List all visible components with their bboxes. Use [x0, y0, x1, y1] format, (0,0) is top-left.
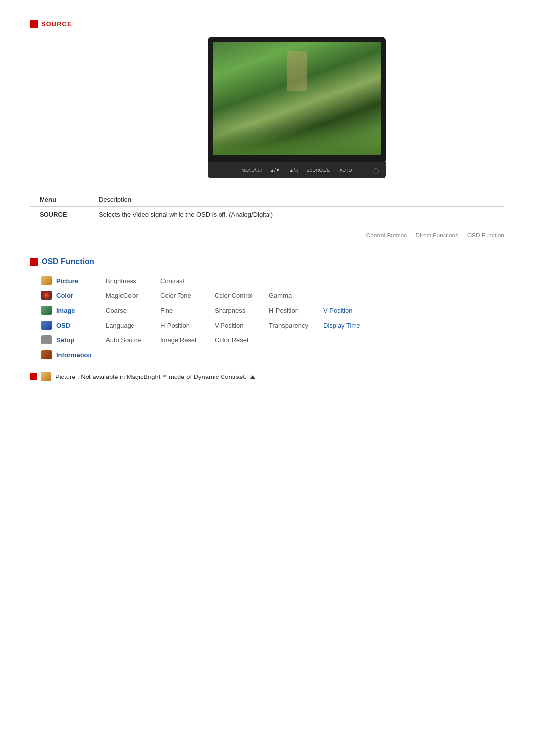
col-header-menu: Menu	[30, 193, 89, 207]
monitor-stand-top	[208, 155, 386, 162]
menu-source-label: SOURCE	[30, 207, 89, 223]
osd-item-transparency[interactable]: Transparency	[269, 322, 323, 329]
osd-picture-items: Brightness Contrast	[106, 277, 215, 284]
monitor-base: MENU/□□ ▲/▼ ▲/□ SOURCE/⊡ AUTO	[208, 155, 386, 178]
osd-icon	[41, 321, 52, 330]
ctrl-brightness: ▲/▼	[270, 168, 280, 173]
osd-item-gamma[interactable]: Gamma	[269, 292, 323, 299]
osd-function-header: OSD Function	[30, 257, 504, 266]
osd-item-coarse[interactable]: Coarse	[106, 307, 160, 314]
monitor-bezel	[208, 37, 386, 155]
table-row: SOURCE Selects the Video signal while th…	[30, 207, 504, 223]
note-picture-icon	[41, 372, 51, 381]
triangle-icon	[250, 375, 255, 379]
setup-icon	[41, 335, 52, 344]
info-icon	[41, 350, 52, 359]
menu-source-description: Selects the Video signal while the OSD i…	[89, 207, 504, 223]
ctrl-adjust: ▲/□	[289, 168, 298, 173]
monitor-controls-bar: MENU/□□ ▲/▼ ▲/□ SOURCE/⊡ AUTO	[208, 162, 386, 178]
osd-row-picture: Picture Brightness Contrast	[40, 275, 504, 286]
osd-setup-icon-cell	[40, 334, 53, 345]
osd-osd-items: Language H-Position V-Position Transpare…	[106, 322, 378, 329]
source-icon	[30, 20, 38, 28]
osd-picture-icon-cell	[40, 275, 53, 286]
osd-item-language[interactable]: Language	[106, 322, 160, 329]
osd-row-information: Information	[40, 349, 504, 360]
nav-direct-functions[interactable]: Direct Functions	[416, 232, 459, 239]
osd-function-grid: Picture Brightness Contrast Color MagicC…	[40, 275, 504, 360]
osd-category-picture[interactable]: Picture	[56, 277, 106, 284]
picture-icon	[41, 276, 52, 285]
osd-osd-icon-cell	[40, 320, 53, 331]
osd-item-osd-vposition[interactable]: V-Position	[215, 322, 269, 329]
osd-item-magiccolor[interactable]: MagicColor	[106, 292, 160, 299]
col-header-description: Description	[89, 193, 504, 207]
note-red-icon	[30, 373, 37, 380]
osd-category-information[interactable]: Information	[56, 351, 106, 359]
osd-row-image: Image Coarse Fine Sharpness H-Position V…	[40, 305, 504, 316]
image-icon	[41, 306, 52, 315]
osd-item-osd-hposition[interactable]: H-Position	[160, 322, 215, 329]
osd-row-color: Color MagicColor Color Tone Color Contro…	[40, 290, 504, 301]
osd-item-image-hposition[interactable]: H-Position	[269, 307, 323, 314]
osd-item-sharpness[interactable]: Sharpness	[215, 307, 269, 314]
osd-info-icon-cell	[40, 349, 53, 360]
monitor-display: MENU/□□ ▲/▼ ▲/□ SOURCE/⊡ AUTO	[89, 37, 504, 178]
menu-description-section: Menu Description SOURCE Selects the Vide…	[30, 193, 504, 222]
osd-title: OSD Function	[42, 257, 94, 266]
nav-control-buttons[interactable]: Control Buttons	[366, 232, 407, 239]
color-icon	[41, 291, 52, 300]
nav-links: Control Buttons Direct Functions OSD Fun…	[30, 232, 504, 242]
osd-item-color-tone[interactable]: Color Tone	[160, 292, 215, 299]
osd-category-color[interactable]: Color	[56, 292, 106, 299]
osd-image-icon-cell	[40, 305, 53, 316]
monitor-power-button[interactable]	[373, 168, 379, 174]
osd-color-items: MagicColor Color Tone Color Control Gamm…	[106, 292, 323, 299]
osd-category-image[interactable]: Image	[56, 307, 106, 314]
source-header: SOURCE	[30, 20, 504, 28]
osd-item-image-vposition[interactable]: V-Position	[323, 307, 378, 314]
source-label: SOURCE	[42, 20, 72, 28]
osd-item-fine[interactable]: Fine	[160, 307, 215, 314]
osd-category-osd[interactable]: OSD	[56, 322, 106, 329]
osd-row-osd: OSD Language H-Position V-Position Trans…	[40, 320, 504, 331]
osd-category-setup[interactable]: Setup	[56, 336, 106, 344]
osd-item-color-reset[interactable]: Color Reset	[215, 336, 269, 344]
osd-item-display-time[interactable]: Display Time	[323, 322, 378, 329]
ctrl-source: SOURCE/⊡	[307, 168, 331, 173]
bottom-note: Picture : Not available in MagicBright™ …	[30, 372, 504, 381]
osd-color-icon-cell	[40, 290, 53, 301]
osd-item-image-reset[interactable]: Image Reset	[160, 336, 215, 344]
menu-table: Menu Description SOURCE Selects the Vide…	[30, 193, 504, 222]
osd-setup-items: Auto Source Image Reset Color Reset	[106, 336, 269, 344]
osd-header-icon	[30, 258, 38, 266]
ctrl-menu: MENU/□□	[242, 168, 262, 173]
osd-item-color-control[interactable]: Color Control	[215, 292, 269, 299]
note-text: Picture : Not available in MagicBright™ …	[55, 373, 255, 380]
osd-item-auto-source[interactable]: Auto Source	[106, 336, 160, 344]
osd-row-setup: Setup Auto Source Image Reset Color Rese…	[40, 334, 504, 345]
osd-image-items: Coarse Fine Sharpness H-Position V-Posit…	[106, 307, 378, 314]
monitor-screen	[213, 42, 381, 155]
osd-item-contrast[interactable]: Contrast	[160, 277, 215, 284]
nav-osd-function[interactable]: OSD Function	[467, 232, 504, 239]
osd-item-brightness[interactable]: Brightness	[106, 277, 160, 284]
ctrl-auto: AUTO	[340, 168, 352, 173]
